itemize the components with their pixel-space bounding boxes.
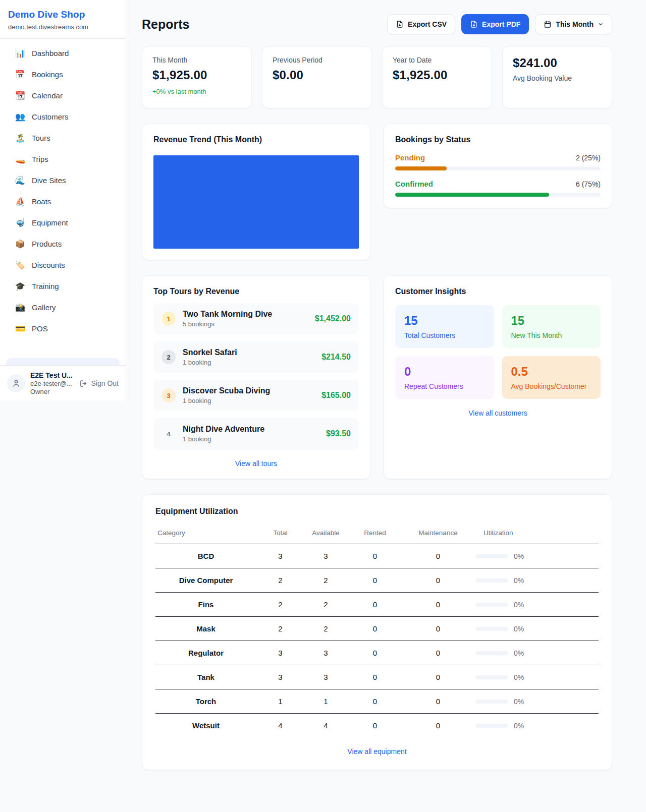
table-row: BCD3300 0% [155,544,599,568]
column-header-total: Total [256,525,304,544]
status-row-confirmed: Confirmed 6 (75%) [395,180,601,197]
cell-rented: 0 [347,641,403,665]
sidebar-item-discounts[interactable]: 🏷️ Discounts [6,256,120,274]
sidebar-item-pos[interactable]: 💳 POS [6,319,120,338]
insight-tile-repeat-customers: 0 Repeat Customers [395,356,494,399]
stat-label: Year to Date [393,56,481,64]
sidebar: Demo Dive Shop demo.test.divestreams.com… [0,0,126,401]
table-row: Mask2200 0% [155,617,599,641]
sidebar-item-gallery[interactable]: 📸 Gallery [6,298,120,317]
view-all-tours-link[interactable]: View all tours [153,459,359,468]
cell-category: Tank [155,665,256,689]
cell-available: 2 [304,568,347,593]
sidebar-item-label: Discounts [32,261,65,269]
sidebar-item-boats[interactable]: ⛵ Boats [6,192,120,211]
cell-utilization: 0% [473,714,599,738]
sidebar-item-label: Bookings [32,70,63,79]
cell-maintenance: 0 [403,568,473,593]
cell-available: 2 [304,617,347,641]
utilization-percent: 0% [514,649,524,657]
sidebar-nav: 📊 Dashboard 📅 Bookings 📆 Calendar 👥 Cust… [0,39,126,365]
customer-insights-card: Customer Insights 15 Total Customers 15 … [384,275,612,479]
cell-category: Regulator [155,641,256,665]
sidebar-item-active-partial[interactable] [6,358,120,365]
sidebar-item-label: Gallery [32,303,56,312]
insights-grid: 15 Total Customers 15 New This Month 0 R… [395,305,601,399]
cell-rented: 0 [347,593,403,617]
insight-tile-new-this-month: 15 New This Month [502,305,601,348]
utilization-bar-track [475,578,508,583]
revenue-trend-card: Revenue Trend (This Month) [142,124,370,260]
cell-rented: 0 [347,568,403,593]
chevron-down-icon [598,21,604,27]
sidebar-item-dashboard[interactable]: 📊 Dashboard [6,44,120,63]
cell-total: 4 [256,714,304,738]
period-label: This Month [556,20,594,28]
view-all-customers-link[interactable]: View all customers [395,409,601,417]
stat-card-this-month: This Month $1,925.00 +0% vs last month [142,46,252,108]
cell-utilization: 0% [473,544,599,568]
status-count-pending: 2 (25%) [576,154,601,162]
sidebar-item-bookings[interactable]: 📅 Bookings [6,65,120,84]
utilization-percent: 0% [514,698,524,706]
calendar-icon [544,20,552,28]
speedboat-icon: 🚤 [15,154,25,164]
header-actions: Export CSV Export PDF This Month [387,14,612,34]
export-pdf-button[interactable]: Export PDF [461,14,529,34]
sidebar-item-tours[interactable]: 🏝️ Tours [6,129,120,147]
export-csv-button[interactable]: Export CSV [387,14,455,34]
sidebar-item-training[interactable]: 🎓 Training [6,277,120,296]
sidebar-item-customers[interactable]: 👥 Customers [6,107,120,126]
cell-total: 2 [256,593,304,617]
cell-utilization: 0% [473,665,599,689]
status-bar-fill-confirmed [395,193,549,197]
sidebar-item-products[interactable]: 📦 Products [6,235,120,253]
cell-category: Mask [155,617,256,641]
cell-maintenance: 0 [403,593,473,617]
utilization-bar-track [475,700,508,704]
cell-maintenance: 0 [403,665,473,689]
cell-utilization: 0% [473,617,599,641]
stat-card-previous-period: Previous Period $0.00 [262,46,372,108]
insight-value: 15 [511,314,592,328]
insight-value: 15 [404,314,485,328]
sidebar-item-trips[interactable]: 🚤 Trips [6,150,120,168]
utilization-percent: 0% [514,576,524,585]
column-header-utilization: Utilization [473,525,599,544]
sidebar-item-label: Training [32,282,59,291]
cell-total: 2 [256,617,304,641]
file-download-icon [396,20,404,28]
equipment-utilization-title: Equipment Utilization [155,507,599,516]
sidebar-item-label: Dashboard [32,49,69,57]
utilization-bar-track [475,675,508,679]
cell-available: 3 [304,544,347,568]
bookings-by-status-card: Bookings by Status Pending 2 (25%) Confi… [384,124,612,208]
sign-out-label: Sign Out [91,379,119,387]
dashboard-icon: 📊 [15,48,25,58]
sidebar-item-dive-sites[interactable]: 🌊 Dive Sites [6,171,120,190]
sidebar-item-label: Dive Sites [32,176,66,185]
cell-rented: 0 [347,544,403,568]
period-selector-button[interactable]: This Month [535,14,612,34]
cell-available: 1 [304,689,347,714]
cell-rented: 0 [347,714,403,738]
charts-row: Revenue Trend (This Month) Bookings by S… [142,124,612,260]
sidebar-item-calendar[interactable]: 📆 Calendar [6,86,120,105]
user-name: E2E Test U... [30,371,74,379]
cell-maintenance: 0 [403,617,473,641]
sailboat-icon: ⛵ [15,197,25,206]
stat-label: Previous Period [273,56,361,64]
column-header-maintenance: Maintenance [403,525,473,544]
view-all-equipment-link[interactable]: View all equipment [155,747,599,756]
stat-value: $241.00 [513,56,602,70]
cell-utilization: 0% [473,593,599,617]
sidebar-item-equipment[interactable]: 🤿 Equipment [6,213,120,232]
table-row: Torch1100 0% [155,689,599,714]
cell-utilization: 0% [473,689,599,714]
tour-amount: $1,452.00 [315,314,351,323]
tour-amount: $93.50 [326,429,351,438]
sign-out-button[interactable]: Sign Out [79,379,119,388]
sidebar-item-label: POS [32,324,48,333]
top-tours-card: Top Tours by Revenue 1 Two Tank Morning … [142,275,370,479]
cell-utilization: 0% [473,568,599,593]
